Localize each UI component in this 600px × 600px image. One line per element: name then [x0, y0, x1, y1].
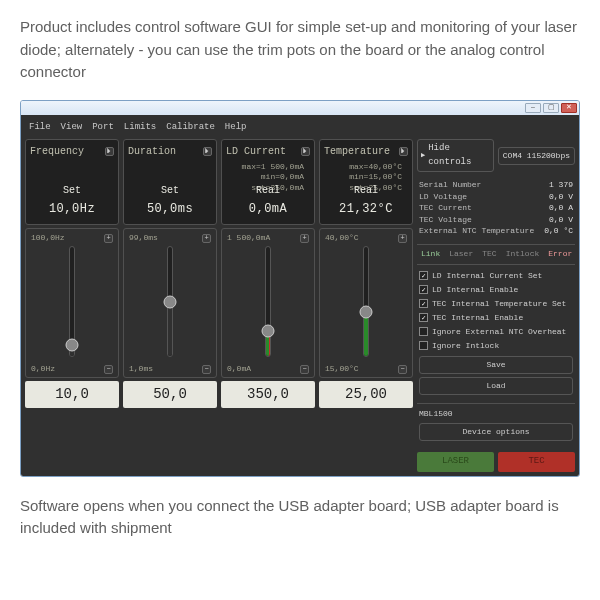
tab-laser[interactable]: Laser	[449, 248, 473, 260]
channel-display: LD Current ⏵ max=1 500,0mAmin=0,0mAset=3…	[221, 139, 315, 225]
menu-file[interactable]: File	[29, 121, 51, 135]
channel-lock-icon[interactable]: ⏵	[301, 147, 310, 156]
range-max: 99,0ms	[129, 232, 158, 244]
vertical-slider[interactable]	[363, 246, 369, 357]
status-row: TEC Voltage0,0 V	[419, 214, 573, 226]
checkbox[interactable]	[419, 327, 428, 336]
menu-calibrate[interactable]: Calibrate	[166, 121, 215, 135]
minus-button[interactable]: −	[202, 365, 211, 374]
menu-view[interactable]: View	[61, 121, 83, 135]
status-row: LD Voltage0,0 V	[419, 191, 573, 203]
tab-error[interactable]: Error	[548, 248, 572, 260]
checkbox[interactable]	[419, 341, 428, 350]
device-options-button[interactable]: Device options	[419, 423, 573, 441]
channel-input[interactable]: 10,0	[25, 381, 119, 408]
option-row[interactable]: Ignore Intlock	[419, 339, 573, 353]
menu-limits[interactable]: Limits	[124, 121, 156, 135]
intro-text: Product includes control software GUI fo…	[0, 0, 600, 94]
option-row[interactable]: LD Internal Current Set	[419, 269, 573, 283]
range-min: 0,0Hz	[31, 363, 55, 375]
range-min: 1,0ms	[129, 363, 153, 375]
status-row: External NTC Temperature0,0 °C	[419, 225, 573, 237]
checkbox[interactable]	[419, 299, 428, 308]
channel-input[interactable]: 50,0	[123, 381, 217, 408]
laser-button[interactable]: LASER	[417, 452, 494, 472]
close-button[interactable]: ✕	[561, 103, 577, 113]
play-icon: ▶	[421, 150, 425, 161]
channel-slider-box: 1 500,0mA + 0,0mA −	[221, 228, 315, 378]
titlebar: – ▢ ✕	[21, 101, 579, 115]
app-window: – ▢ ✕ File View Port Limits Calibrate He…	[20, 100, 580, 477]
range-max: 40,00°C	[325, 232, 359, 244]
options-panel: LD Internal Current SetLD Internal Enabl…	[417, 264, 575, 399]
channel-title: Temperature	[324, 144, 390, 159]
vertical-slider[interactable]	[69, 246, 75, 357]
outro-text: Software opens when you connect the USB …	[0, 483, 600, 552]
status-row: TEC Current0,0 A	[419, 202, 573, 214]
vertical-slider[interactable]	[167, 246, 173, 357]
channel-slider-box: 99,0ms + 1,0ms −	[123, 228, 217, 378]
menu-help[interactable]: Help	[225, 121, 247, 135]
channel-display: Duration ⏵ Set50,0ms	[123, 139, 217, 225]
vertical-slider[interactable]	[265, 246, 271, 357]
range-min: 0,0mA	[227, 363, 251, 375]
channel-lock-icon[interactable]: ⏵	[399, 147, 408, 156]
plus-button[interactable]: +	[104, 234, 113, 243]
save-button[interactable]: Save	[419, 356, 573, 374]
hide-controls-button[interactable]: ▶ Hide controls	[417, 139, 494, 172]
checkbox[interactable]	[419, 313, 428, 322]
range-min: 15,00°C	[325, 363, 359, 375]
channel-slider-box: 40,00°C + 15,00°C −	[319, 228, 413, 378]
channel-lock-icon[interactable]: ⏵	[203, 147, 212, 156]
channel-display: Temperature ⏵ max=40,00°Cmin=15,00°Cset=…	[319, 139, 413, 225]
channel-title: LD Current	[226, 144, 286, 159]
channel-title: Frequency	[30, 144, 84, 159]
channel-title: Duration	[128, 144, 176, 159]
plus-button[interactable]: +	[398, 234, 407, 243]
option-row[interactable]: TEC Internal Enable	[419, 311, 573, 325]
channel-display: Frequency ⏵ Set10,0Hz	[25, 139, 119, 225]
range-max: 1 500,0mA	[227, 232, 270, 244]
minimize-button[interactable]: –	[525, 103, 541, 113]
range-max: 100,0Hz	[31, 232, 65, 244]
minus-button[interactable]: −	[398, 365, 407, 374]
tab-tec[interactable]: TEC	[482, 248, 496, 260]
load-button[interactable]: Load	[419, 377, 573, 395]
option-row[interactable]: TEC Internal Temperature Set	[419, 297, 573, 311]
plus-button[interactable]: +	[300, 234, 309, 243]
tab-intlock[interactable]: Intlock	[506, 248, 540, 260]
slider-knob[interactable]	[262, 324, 275, 337]
tec-button[interactable]: TEC	[498, 452, 575, 472]
status-panel: Serial Number1 379 LD Voltage0,0 VTEC Cu…	[417, 176, 575, 240]
slider-knob[interactable]	[360, 306, 373, 319]
status-tabs: Link Laser TEC Intlock Error	[417, 244, 575, 260]
port-combo[interactable]: COM4 115200bps	[498, 147, 575, 165]
minus-button[interactable]: −	[104, 365, 113, 374]
channel-input[interactable]: 25,00	[319, 381, 413, 408]
option-row[interactable]: LD Internal Enable	[419, 283, 573, 297]
menu-port[interactable]: Port	[92, 121, 114, 135]
menubar: File View Port Limits Calibrate Help	[25, 119, 575, 140]
minus-button[interactable]: −	[300, 365, 309, 374]
tab-link[interactable]: Link	[421, 248, 440, 260]
slider-knob[interactable]	[164, 295, 177, 308]
plus-button[interactable]: +	[202, 234, 211, 243]
channel-lock-icon[interactable]: ⏵	[105, 147, 114, 156]
device-model: MBL1500	[419, 408, 573, 420]
channel-slider-box: 100,0Hz + 0,0Hz −	[25, 228, 119, 378]
status-row: Serial Number1 379	[419, 179, 573, 191]
slider-knob[interactable]	[66, 339, 79, 352]
checkbox[interactable]	[419, 285, 428, 294]
channel-input[interactable]: 350,0	[221, 381, 315, 408]
maximize-button[interactable]: ▢	[543, 103, 559, 113]
checkbox[interactable]	[419, 271, 428, 280]
option-row[interactable]: Ignore External NTC Overheat	[419, 325, 573, 339]
